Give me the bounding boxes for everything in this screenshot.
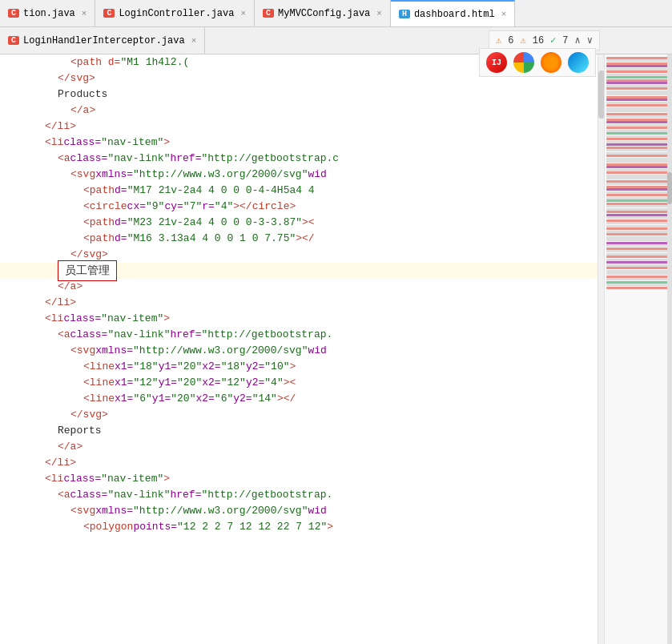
code-scrollbar[interactable] xyxy=(598,54,604,644)
tab-close-interceptor[interactable]: × xyxy=(191,36,197,46)
mini-line xyxy=(606,219,670,222)
edge-icon[interactable] xyxy=(568,52,589,73)
code-text-reports: Reports xyxy=(58,423,102,439)
mini-line xyxy=(606,227,670,230)
mini-line xyxy=(606,93,670,95)
tab-bar-row1: C tion.java × C LoginController.java × C… xyxy=(0,0,672,27)
mini-line xyxy=(606,177,670,179)
code-scrollbar-thumb[interactable] xyxy=(598,70,604,119)
mini-line xyxy=(606,104,670,107)
code-line-4: </a> xyxy=(0,103,598,119)
warning-icon-2: ⚠ xyxy=(520,34,525,46)
mini-line xyxy=(606,113,670,115)
code-line-26: </li> xyxy=(0,455,598,471)
mini-line xyxy=(606,203,670,205)
code-panel[interactable]: <path d="M1 1h4l2.( </svg> Products xyxy=(0,54,604,644)
mini-line xyxy=(606,267,670,269)
mini-line xyxy=(606,199,670,202)
mini-line xyxy=(606,115,670,118)
mini-line xyxy=(606,244,670,247)
minimap-content xyxy=(605,54,672,291)
tab-close-mymvcconfig[interactable]: × xyxy=(376,9,382,18)
code-text: </li> xyxy=(45,295,76,311)
mini-line xyxy=(606,59,670,62)
warning-count-2: 16 xyxy=(533,35,544,46)
code-text: <path xyxy=(83,215,115,231)
code-text: </svg> xyxy=(58,70,95,87)
code-text: </a> xyxy=(58,439,82,455)
code-line-3: Products xyxy=(0,87,598,103)
tab-icon-c: C xyxy=(8,9,19,18)
mini-line xyxy=(606,57,670,59)
code-text: <li xyxy=(45,135,63,151)
code-line-27: <li class="nav-item"> xyxy=(0,471,598,487)
warning-icon-1: ⚠ xyxy=(496,34,501,46)
intellij-icon[interactable]: IJ xyxy=(486,52,507,73)
tab-mymvcconfig[interactable]: C MyMVCConfig.java × xyxy=(255,0,391,26)
code-text: </li> xyxy=(45,455,76,471)
tab-close-logincontroller[interactable]: × xyxy=(240,9,246,18)
code-text: </a> xyxy=(58,279,82,295)
mini-line xyxy=(606,194,670,196)
mini-line xyxy=(606,256,670,258)
code-line-16: </li> xyxy=(0,295,598,311)
firefox-icon[interactable] xyxy=(541,52,561,73)
code-line-19: <svg xmlns="http://www.w3.org/2000/svg" … xyxy=(0,343,598,359)
mini-line xyxy=(606,147,670,149)
code-text-products: Products xyxy=(58,87,107,103)
mini-line xyxy=(606,76,670,78)
mini-line xyxy=(606,110,670,112)
editor-area: <path d="M1 1h4l2.( </svg> Products xyxy=(0,54,672,644)
code-text: <a xyxy=(58,487,70,503)
tab-icon-h: H xyxy=(399,10,410,18)
code-text: <svg xyxy=(70,503,95,519)
minimap-scroll-thumb[interactable] xyxy=(667,172,672,204)
minimap-scrollbar[interactable] xyxy=(667,54,672,644)
tab-action-java[interactable]: C tion.java × xyxy=(0,0,95,26)
chrome-icon[interactable] xyxy=(513,52,534,73)
mini-line xyxy=(606,205,670,207)
code-line-29: <svg xmlns="http://www.w3.org/2000/svg" … xyxy=(0,503,598,519)
mini-line xyxy=(606,160,670,163)
tab-login-controller[interactable]: C LoginController.java × xyxy=(95,0,255,26)
code-line-18: <a class="nav-link" href="http://getboot… xyxy=(0,327,598,343)
minimap xyxy=(604,54,672,644)
tab-login-interceptor[interactable]: C LoginHandlerInterceptor.java × xyxy=(0,27,205,54)
code-line-reports: Reports xyxy=(0,423,598,439)
mini-line xyxy=(606,166,670,168)
mini-line xyxy=(606,281,670,284)
tab-label-action: tion.java xyxy=(23,8,75,19)
warning-count-1: 6 xyxy=(508,35,513,46)
code-text: <circle xyxy=(83,199,127,215)
mini-line xyxy=(606,171,670,174)
code-text: <svg xyxy=(70,167,95,183)
code-line-tooltip: 员工管理 xyxy=(0,263,598,279)
tab-dashboard[interactable]: H dashboard.html × xyxy=(391,0,515,26)
code-text: <polygon xyxy=(83,519,133,535)
code-line-12: <path d="M16 3.13a4 4 0 0 1 0 7.75"></ xyxy=(0,231,598,247)
code-text: <path xyxy=(83,183,115,199)
tab-close-action[interactable]: × xyxy=(82,9,87,18)
code-text: <a xyxy=(58,151,70,167)
code-line-6: <li class="nav-item"> xyxy=(0,135,598,151)
mini-line xyxy=(606,239,670,241)
tab-label-interceptor: LoginHandlerInterceptor.java xyxy=(23,35,185,46)
mini-line xyxy=(606,272,670,275)
mini-line xyxy=(606,278,670,280)
nav-up-button[interactable]: ∧ xyxy=(575,34,581,46)
ok-count: 7 xyxy=(562,35,568,46)
mini-line xyxy=(606,155,670,157)
code-line-25: </a> xyxy=(0,439,598,455)
code-line-15: </a> xyxy=(0,279,598,295)
tab-icon-c2: C xyxy=(103,9,115,18)
mini-line xyxy=(606,222,670,224)
tab-icon-c3: C xyxy=(263,9,274,18)
tab-close-dashboard[interactable]: × xyxy=(501,10,507,19)
mini-line xyxy=(606,149,670,151)
code-text: <path d= xyxy=(70,54,120,70)
mini-line xyxy=(606,284,670,286)
code-text: <li xyxy=(45,471,63,487)
code-line-21: <line x1="12" y1="20" x2="12" y2="4">< xyxy=(0,375,598,391)
nav-down-button[interactable]: ∨ xyxy=(587,34,593,46)
code-lines: <path d="M1 1h4l2.( </svg> Products xyxy=(0,54,598,644)
